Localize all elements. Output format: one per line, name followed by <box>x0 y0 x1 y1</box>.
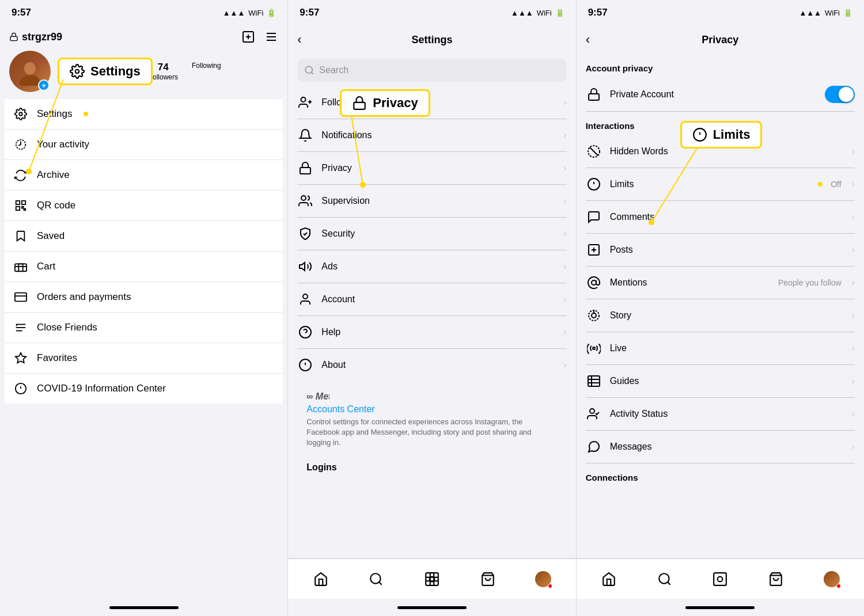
story-label: Story <box>610 310 844 321</box>
settings-item-security[interactable]: Security › <box>297 218 566 250</box>
privacy-item-messages[interactable]: Messages › <box>586 431 855 463</box>
notifications-chevron: › <box>563 130 566 140</box>
signal-icon-2: ▲▲▲ <box>511 9 533 17</box>
hamburger-icon[interactable] <box>264 30 278 44</box>
supervision-label: Supervision <box>321 196 555 206</box>
svg-point-12 <box>19 112 22 116</box>
privacy-title: Privacy <box>702 34 738 46</box>
settings-item-notifications[interactable]: Notifications › <box>297 119 566 152</box>
supervision-icon <box>297 193 313 209</box>
meta-section: ∞ Meta Accounts Center Control settings … <box>297 381 566 458</box>
ads-icon <box>297 258 313 275</box>
accounts-center-link[interactable]: Accounts Center <box>306 404 557 415</box>
privacy-list: Account privacy Private Account Interact… <box>577 54 864 558</box>
meta-logo: ∞ Meta <box>306 390 557 402</box>
privacy-item-limits[interactable]: Limits Off › <box>586 168 855 201</box>
settings-item-supervision[interactable]: Supervision › <box>297 185 566 218</box>
nav-reels-2[interactable] <box>423 570 441 588</box>
settings-back-button[interactable]: ‹ <box>297 32 301 47</box>
privacy-item-comments[interactable]: Comments › <box>586 201 855 234</box>
svg-rect-16 <box>16 207 20 210</box>
privacy-item-activity-status[interactable]: Activity Status › <box>586 398 855 431</box>
settings-item-about[interactable]: About › <box>297 349 566 381</box>
privacy-item-story[interactable]: Story › <box>586 299 855 332</box>
search-bar[interactable]: Search <box>297 59 566 82</box>
nav-reels-3[interactable] <box>711 570 729 588</box>
settings-item-help[interactable]: Help › <box>297 316 566 349</box>
bottom-nav-3 <box>577 558 864 599</box>
menu-item-cart[interactable]: Cart <box>5 252 283 282</box>
svg-line-50 <box>379 582 382 585</box>
nav-search-2[interactable] <box>367 570 385 588</box>
limits-icon <box>586 176 602 192</box>
privacy-back-button[interactable]: ‹ <box>586 32 590 47</box>
nav-home-2[interactable] <box>312 570 330 588</box>
about-label: About <box>321 360 555 370</box>
qr-icon <box>14 199 28 212</box>
wifi-icon-3: WiFi <box>825 9 840 17</box>
svg-point-40 <box>301 196 306 200</box>
menu-item-qr[interactable]: QR code <box>5 191 283 221</box>
lock-icon <box>9 32 18 41</box>
svg-rect-19 <box>15 264 26 271</box>
nav-home-3[interactable] <box>600 570 618 588</box>
menu-item-covid[interactable]: COVID-19 Information Center <box>5 374 283 404</box>
menu-item-activity[interactable]: Your activity <box>5 130 283 160</box>
home-bar-2 <box>397 606 467 609</box>
help-label: Help <box>321 327 555 337</box>
guides-icon <box>586 373 602 389</box>
add-post-icon[interactable] <box>241 30 255 44</box>
settings-menu-icon <box>14 107 28 121</box>
menu-item-saved[interactable]: Saved <box>5 221 283 252</box>
wifi-icon-2: WiFi <box>537 9 552 17</box>
svg-rect-0 <box>10 36 17 40</box>
nav-shop-3[interactable] <box>767 570 785 588</box>
svg-point-82 <box>659 573 669 583</box>
menu-item-orders[interactable]: Orders and payments <box>5 282 283 313</box>
privacy-item-guides[interactable]: Guides › <box>586 365 855 398</box>
covid-icon <box>14 382 28 396</box>
ads-chevron: › <box>563 261 566 272</box>
status-icons-2: ▲▲▲ WiFi 🔋 <box>511 9 564 17</box>
search-placeholder: Search <box>319 65 348 75</box>
nav-profile-3[interactable] <box>823 570 841 588</box>
nav-search-3[interactable] <box>655 570 674 588</box>
nav-profile-2[interactable] <box>534 570 552 588</box>
menu-item-close-friends[interactable]: Close Friends <box>5 313 283 343</box>
private-account-toggle[interactable] <box>825 86 855 103</box>
search-icon <box>304 65 314 75</box>
status-icons-1: ▲▲▲ WiFi 🔋 <box>223 9 276 17</box>
menu-item-favorites[interactable]: Favorites <box>5 343 283 374</box>
home-indicator-2 <box>288 599 575 616</box>
privacy-item-live[interactable]: Live › <box>586 332 855 365</box>
settings-item-privacy[interactable]: Privacy › <box>297 152 566 185</box>
home-bar-3 <box>685 606 755 609</box>
svg-rect-84 <box>714 573 726 585</box>
status-bar-2: 9:57 ▲▲▲ WiFi 🔋 <box>288 0 575 25</box>
menu-item-archive[interactable]: Archive <box>5 160 283 191</box>
settings-item-follow[interactable]: Follow and Invite Friends › <box>297 86 566 119</box>
hidden-words-label: Hidden Words <box>610 146 844 157</box>
cart-label: Cart <box>37 261 55 272</box>
privacy-item-mentions[interactable]: Mentions People you follow › <box>586 267 855 299</box>
logins-section: Logins <box>297 458 566 477</box>
svg-point-36 <box>301 97 306 102</box>
privacy-item-private-account[interactable]: Private Account <box>586 78 855 112</box>
status-time-2: 9:57 <box>300 7 319 18</box>
account-privacy-section-title: Account privacy <box>586 54 855 78</box>
limits-label: Limits <box>610 179 808 189</box>
svg-point-49 <box>371 573 381 583</box>
svg-marker-41 <box>300 263 305 271</box>
profile-stats: Posts 74 Followers Following <box>60 62 278 81</box>
settings-item-account[interactable]: Account › <box>297 283 566 316</box>
nav-shop-2[interactable] <box>479 570 497 588</box>
search-bar-container: Search <box>288 54 575 86</box>
story-chevron: › <box>852 310 855 321</box>
privacy-item-posts[interactable]: Posts › <box>586 234 855 267</box>
privacy-item-hidden-words[interactable]: Hidden Words › <box>586 135 855 168</box>
avatar-add-icon[interactable]: + <box>38 79 50 91</box>
meta-icon: ∞ Meta <box>306 390 329 402</box>
limits-value: Off <box>831 180 841 189</box>
settings-item-ads[interactable]: Ads › <box>297 250 566 283</box>
menu-item-settings[interactable]: Settings <box>5 99 283 130</box>
